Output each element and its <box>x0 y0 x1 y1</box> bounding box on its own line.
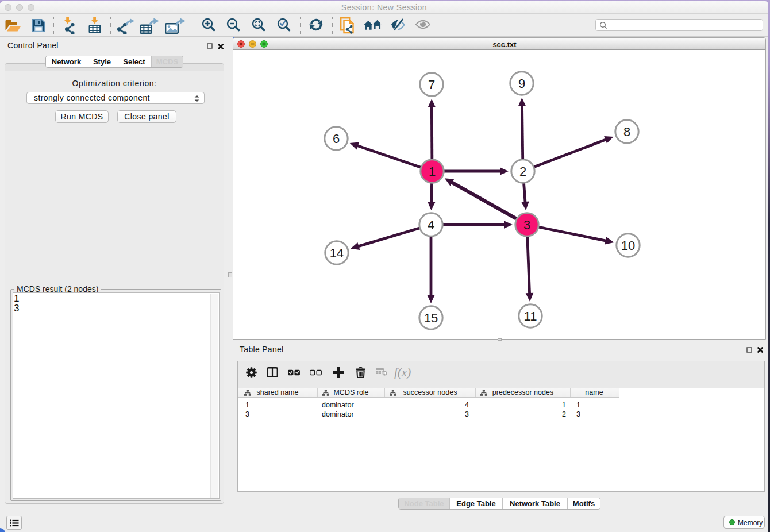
svg-text:7: 7 <box>428 78 435 92</box>
svg-text:2: 2 <box>519 164 526 179</box>
svg-text:9: 9 <box>518 76 525 91</box>
svg-text:4: 4 <box>428 218 434 232</box>
svg-text:14: 14 <box>330 246 344 260</box>
svg-text:1: 1 <box>429 164 436 179</box>
svg-text:3: 3 <box>523 218 530 232</box>
svg-text:15: 15 <box>424 311 438 325</box>
svg-text:10: 10 <box>621 238 635 253</box>
svg-text:11: 11 <box>524 309 537 323</box>
svg-text:6: 6 <box>333 132 340 146</box>
svg-text:8: 8 <box>623 125 630 139</box>
